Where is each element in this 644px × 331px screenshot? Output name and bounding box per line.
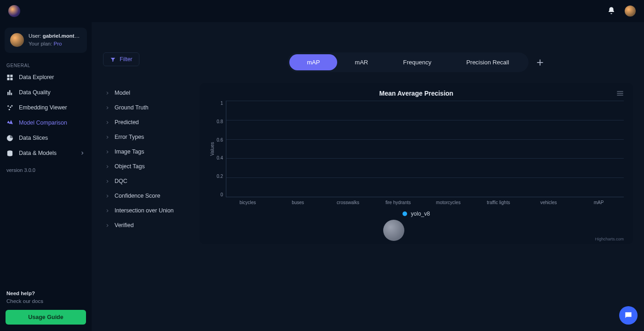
filter-group-item[interactable]: Error Types	[103, 130, 200, 144]
filter-group-label: Ground Truth	[115, 104, 149, 111]
filter-group-label: Model	[115, 90, 130, 96]
chart-tab[interactable]: mAP	[289, 54, 337, 70]
chevron-right-icon	[105, 149, 110, 154]
svg-rect-3	[11, 78, 12, 80]
filter-group-label: DQC	[115, 178, 127, 184]
filter-group-item[interactable]: DQC	[103, 174, 200, 188]
filter-group-label: Confidence Score	[115, 193, 160, 199]
chevron-right-icon	[105, 194, 110, 199]
help-block: Need help? Check our docs	[0, 290, 92, 310]
filter-group-item[interactable]: Confidence Score	[103, 188, 200, 203]
add-chart-button[interactable]	[535, 57, 545, 68]
chart-title: Mean Average Precision	[209, 90, 624, 97]
legend-label[interactable]: yolo_v8	[411, 211, 430, 217]
sidebar-item-label: Embedding Viewer	[19, 104, 67, 111]
filter-button-label: Filter	[120, 56, 132, 63]
svg-rect-2	[7, 78, 9, 80]
user-name-line: User: gabriel.monter…	[29, 32, 81, 40]
filter-group-item[interactable]: Image Tags	[103, 144, 200, 159]
chevron-right-icon	[105, 135, 110, 140]
version-label: version 3.0.0	[0, 161, 92, 179]
sidebar-item-model-comparison[interactable]: Model Comparison	[0, 115, 92, 131]
y-axis-label: Values	[209, 142, 216, 156]
sidebar: User: gabriel.monter… Your plan: Pro GEN…	[0, 22, 92, 331]
chevron-right-icon	[105, 179, 110, 184]
sidebar-item-data-quality[interactable]: Data Quality	[0, 85, 92, 100]
chart-menu-button[interactable]	[616, 91, 624, 97]
help-title: Need help?	[6, 290, 85, 297]
svg-point-9	[9, 109, 10, 110]
chevron-right-icon	[105, 105, 110, 110]
user-plan-line: Your plan: Pro	[29, 40, 81, 48]
chevron-right-icon	[105, 164, 110, 169]
filter-group-item[interactable]: Model	[103, 86, 200, 100]
y-axis-ticks: 10.80.60.40.20	[216, 101, 226, 197]
filter-group-label: Image Tags	[115, 148, 144, 155]
x-axis-label: motorcycles	[423, 200, 473, 205]
chart-tab[interactable]: Precision Recall	[449, 54, 527, 70]
filter-group-item[interactable]: Intersection over Union	[103, 203, 200, 218]
user-avatar[interactable]	[625, 6, 636, 17]
user-card-avatar	[10, 33, 24, 47]
filter-group-label: Intersection over Union	[115, 207, 174, 214]
x-axis-label: crosswalks	[323, 200, 373, 205]
chevron-right-icon	[80, 150, 85, 156]
svg-rect-4	[8, 92, 9, 95]
filter-button[interactable]: Filter	[103, 52, 139, 66]
filter-group-label: Error Types	[115, 134, 144, 140]
sidebar-item-label: Model Comparison	[19, 120, 67, 126]
app-logo[interactable]	[8, 5, 20, 17]
chevron-right-icon	[105, 223, 110, 228]
x-axis-label: mAP	[574, 200, 624, 205]
svg-point-10	[12, 105, 13, 106]
chevron-right-icon	[105, 120, 110, 125]
filter-group-item[interactable]: Object Tags	[103, 159, 200, 174]
usage-guide-button[interactable]: Usage Guide	[6, 310, 86, 325]
chart-tabs: mAPmARFrequencyPrecision Recall	[288, 52, 529, 72]
chart-credit: Highcharts.com	[595, 237, 624, 241]
filter-group-label: Predicted	[115, 119, 139, 126]
chart-card: Mean Average Precision Values 10.80.60.4…	[200, 83, 633, 244]
chart-tab[interactable]: Frequency	[385, 54, 448, 70]
chat-launcher-button[interactable]	[619, 306, 638, 325]
filter-group-label: Verified	[115, 222, 134, 228]
filter-icon	[110, 57, 116, 63]
database-icon	[6, 150, 13, 157]
svg-rect-1	[11, 74, 12, 76]
pie-icon	[6, 135, 13, 142]
chart-tab[interactable]: mAR	[337, 54, 385, 70]
chevron-right-icon	[105, 208, 110, 213]
sidebar-item-embedding-viewer[interactable]: Embedding Viewer	[0, 100, 92, 115]
filter-group-item[interactable]: Ground Truth	[103, 100, 200, 115]
svg-rect-6	[11, 93, 12, 95]
sidebar-item-label: Data & Models	[19, 150, 57, 156]
chart-legend: yolo_v8	[209, 211, 624, 217]
chevron-right-icon	[105, 91, 110, 96]
sidebar-item-data-explorer[interactable]: Data Explorer	[0, 70, 92, 85]
sidebar-item-data-models[interactable]: Data & Models	[0, 146, 92, 161]
legend-swatch	[402, 211, 407, 216]
scatter-icon	[6, 104, 13, 111]
svg-rect-5	[9, 90, 10, 95]
compare-icon	[6, 120, 13, 126]
filter-group-item[interactable]: Predicted	[103, 115, 200, 130]
x-axis-label: bicycles	[223, 200, 273, 205]
plot-area	[226, 101, 624, 197]
sidebar-item-label: Data Slices	[19, 135, 48, 141]
sidebar-item-data-slices[interactable]: Data Slices	[0, 131, 92, 146]
filter-group-label: Object Tags	[115, 163, 145, 170]
svg-rect-0	[7, 74, 9, 76]
notifications-icon[interactable]	[607, 6, 615, 16]
x-axis: bicyclesbusescrosswalksfire hydrantsmoto…	[209, 197, 624, 205]
filter-group-item[interactable]: Verified	[103, 218, 200, 233]
filters-column: Filter ModelGround TruthPredictedError T…	[103, 48, 200, 320]
sidebar-item-label: Data Explorer	[19, 74, 54, 80]
user-card[interactable]: User: gabriel.monter… Your plan: Pro	[5, 28, 87, 53]
x-axis-label: traffic lights	[473, 200, 523, 205]
x-axis-label: fire hydrants	[373, 200, 423, 205]
chart-column: mAPmARFrequencyPrecision Recall Mean Ave…	[200, 48, 633, 320]
x-axis-label: buses	[273, 200, 323, 205]
sidebar-section-label: GENERAL	[0, 59, 92, 70]
bars-icon	[6, 89, 13, 96]
help-subtitle: Check our docs	[6, 297, 85, 305]
